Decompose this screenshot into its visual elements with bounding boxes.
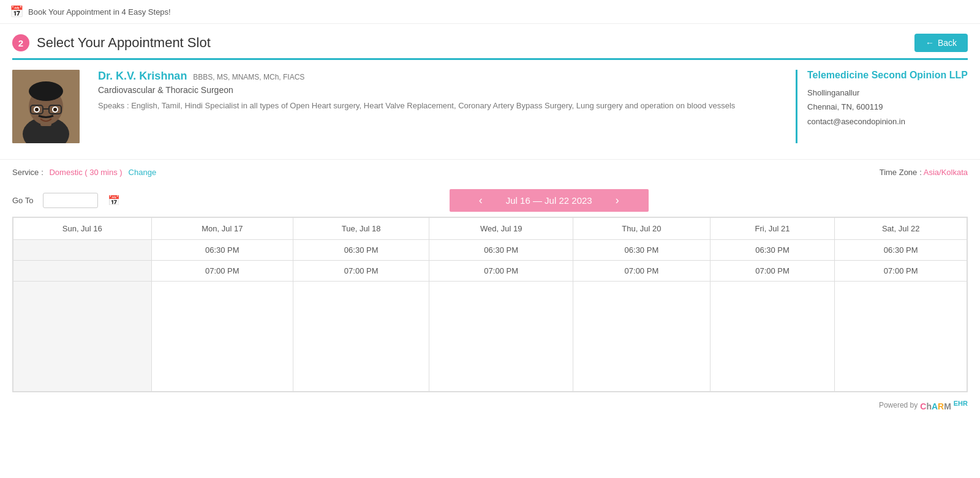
clinic-section: Telemedicine Second Opinion LLP Sholling… [796,70,968,143]
week-bar: ‹ Jul 16 — Jul 22 2023 › [450,189,649,212]
tue-col-slot1[interactable]: 06:30 PM [293,240,429,261]
charm-logo: ChARM EHR [920,400,968,411]
calendar-nav: Go To 📅 ‹ Jul 16 — Jul 22 2023 › [0,184,980,217]
timezone-info: Time Zone : Asia/Kolkata [880,167,968,177]
next-week-button[interactable]: › [611,194,624,207]
clinic-email: contact@asecondopinion.in [807,114,968,129]
sat-col-slot2[interactable]: 07:00 PM [835,261,967,282]
back-arrow-icon: ← [925,38,934,48]
time-slot[interactable]: 06:30 PM [157,244,288,256]
step-badge: 2 [12,34,29,51]
powered-by-label: Powered by [879,401,918,409]
service-bar: Service : Domestic ( 30 mins ) Change Ti… [0,159,980,184]
goto-label: Go To [12,196,33,205]
top-bar-title: Book Your Appointment in 4 Easy Steps! [28,7,171,17]
wed-col-slot2[interactable]: 07:00 PM [429,261,573,282]
doctor-section: Dr. K.V. Krishnan BBBS, MS, MNAMS, MCh, … [12,58,968,153]
col-header-fri: Fri, Jul 21 [710,218,835,240]
back-button[interactable]: ← Back [914,34,968,52]
service-value: Domestic ( 30 mins ) [49,168,122,177]
step-title-group: 2 Select Your Appointment Slot [12,34,211,51]
thu-col-slot1[interactable]: 06:30 PM [573,240,710,261]
time-slot[interactable]: 06:30 PM [434,244,568,256]
col-header-thu: Thu, Jul 20 [573,218,710,240]
doctor-info: Dr. K.V. Krishnan BBBS, MS, MNAMS, MCh, … [92,70,783,143]
tue-col-slot2[interactable]: 07:00 PM [293,261,429,282]
time-slot[interactable]: 07:00 PM [434,264,568,277]
clinic-address1: Shollinganallur [807,86,968,100]
sun-col [13,240,152,261]
time-slot[interactable]: 07:00 PM [578,264,705,277]
footer: Powered by ChARM EHR [0,392,980,419]
svg-point-5 [29,81,63,101]
service-label: Service [12,168,39,177]
mon-col-slot1[interactable]: 06:30 PM [151,240,293,261]
top-bar: 📅 Book Your Appointment in 4 Easy Steps! [0,0,980,24]
schedule-container: Sun, Jul 16 Mon, Jul 17 Tue, Jul 18 Wed,… [12,217,968,392]
time-slot[interactable]: 07:00 PM [298,264,424,277]
time-slot[interactable]: 06:30 PM [840,244,962,256]
svg-point-11 [35,108,39,111]
goto-input[interactable] [43,193,98,208]
table-row: 06:30 PM 06:30 PM 06:30 PM 06:30 PM 06:3… [13,240,967,261]
step-title: Select Your Appointment Slot [37,35,211,51]
prev-week-button[interactable]: ‹ [474,194,488,207]
table-row: 07:00 PM 07:00 PM 07:00 PM 07:00 PM 07:0… [13,261,967,282]
change-link[interactable]: Change [129,168,157,177]
time-slot[interactable]: 07:00 PM [157,264,288,277]
sat-col-slot1[interactable]: 06:30 PM [835,240,967,261]
week-nav: ‹ Jul 16 — Jul 22 2023 › [130,189,968,212]
col-header-tue: Tue, Jul 18 [293,218,429,240]
doctor-credentials: BBBS, MS, MNAMS, MCh, FIACS [193,73,304,81]
step-header: 2 Select Your Appointment Slot ← Back [0,24,980,58]
week-label: Jul 16 — Jul 22 2023 [506,195,592,206]
doctor-speaks: Speaks : English, Tamil, Hindi Specialis… [98,100,783,112]
clinic-name: Telemedicine Second Opinion LLP [807,70,968,81]
doctor-specialty: Cardiovascular & Thoracic Surgeon [98,85,783,95]
col-header-sun: Sun, Jul 16 [13,218,152,240]
fri-col-slot1[interactable]: 06:30 PM [710,240,835,261]
time-slot[interactable]: 06:30 PM [715,244,830,256]
mon-col-slot2[interactable]: 07:00 PM [151,261,293,282]
table-row-empty [13,282,967,392]
sun-col-empty [13,261,152,282]
table-header-row: Sun, Jul 16 Mon, Jul 17 Tue, Jul 18 Wed,… [13,218,967,240]
calendar-picker-icon[interactable]: 📅 [108,195,120,206]
time-slot[interactable]: 07:00 PM [840,264,962,277]
timezone-value: Asia/Kolkata [924,168,968,177]
calendar-icon: 📅 [10,5,23,18]
doctor-photo [12,70,80,143]
schedule-table: Sun, Jul 16 Mon, Jul 17 Tue, Jul 18 Wed,… [13,217,967,392]
time-slot[interactable]: 07:00 PM [715,264,830,277]
time-slot[interactable]: 06:30 PM [578,244,705,256]
clinic-address2: Chennai, TN, 600119 [807,100,968,114]
svg-point-12 [53,108,57,111]
wed-col-slot1[interactable]: 06:30 PM [429,240,573,261]
time-slot[interactable]: 06:30 PM [298,244,424,256]
timezone-label: Time Zone [880,168,918,177]
doctor-name-row: Dr. K.V. Krishnan BBBS, MS, MNAMS, MCh, … [98,70,783,83]
thu-col-slot2[interactable]: 07:00 PM [573,261,710,282]
col-header-mon: Mon, Jul 17 [151,218,293,240]
back-button-label: Back [938,38,957,48]
col-header-sat: Sat, Jul 22 [835,218,967,240]
doctor-name: Dr. K.V. Krishnan [98,70,187,82]
service-info: Service : Domestic ( 30 mins ) Change [12,167,156,177]
col-header-wed: Wed, Jul 19 [429,218,573,240]
fri-col-slot2[interactable]: 07:00 PM [710,261,835,282]
